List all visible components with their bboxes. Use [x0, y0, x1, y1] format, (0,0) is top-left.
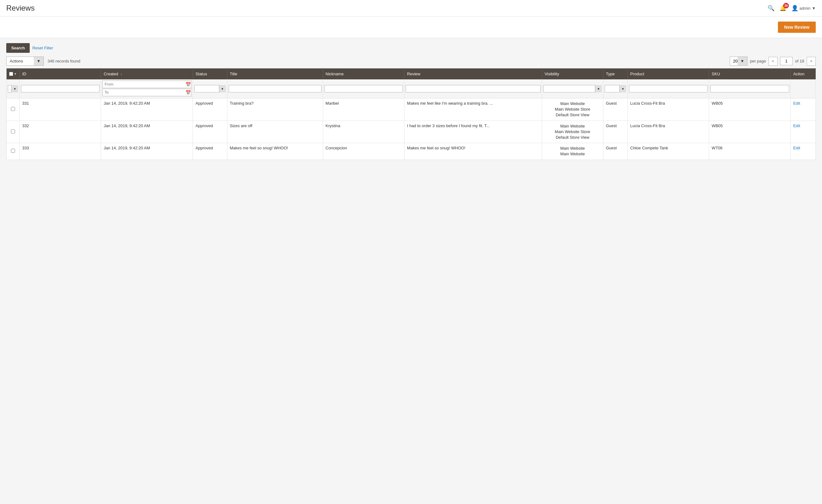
row-created: Jan 14, 2019, 9:42:20 AM	[101, 98, 193, 121]
filter-cell-id	[19, 79, 101, 98]
calendar-to-icon[interactable]: 📅	[185, 90, 191, 95]
row-title: Training bra?	[227, 98, 323, 121]
th-type: Type	[603, 68, 628, 80]
table-header-row: ▼ ID Created ↑ Status Title Nickname Rev…	[7, 68, 816, 80]
th-visibility: Visibility	[542, 68, 603, 80]
header: Reviews 🔍 🔔 39 👤 admin ▼	[0, 0, 822, 17]
row-sku: WB05	[709, 98, 791, 121]
filter-cell-visibility: ▼	[542, 79, 603, 98]
chevron-down-icon: ▼	[812, 6, 816, 11]
row-visibility: Main WebsiteMain Website StoreDefault St…	[542, 121, 603, 143]
reset-filter-link[interactable]: Reset Filter	[32, 43, 53, 53]
filter-cell-type: ▼	[603, 79, 628, 98]
row-review: Makes me feel so snug! WHOO!	[404, 143, 542, 160]
row-type: Guest	[603, 98, 628, 121]
row-id: 331	[19, 98, 101, 121]
records-count: 346 records found	[48, 59, 80, 63]
row-nickname: Maribel	[323, 98, 404, 121]
edit-link[interactable]: Edit	[793, 146, 800, 150]
filter-from-wrapper: 📅	[102, 81, 191, 88]
user-icon: 👤	[791, 5, 798, 12]
filter-cell-review	[404, 79, 542, 98]
select-all-arrow[interactable]: ▼	[14, 72, 17, 76]
pagination-next-button[interactable]: >	[807, 57, 816, 66]
search-icon-button[interactable]: 🔍	[768, 5, 774, 12]
th-title: Title	[227, 68, 323, 80]
filter-sku-input[interactable]	[710, 85, 789, 92]
filter-cell-product	[628, 79, 709, 98]
filter-cell-checkbox: Any ▼	[7, 79, 20, 98]
filter-review-input[interactable]	[406, 85, 540, 92]
row-title: Sizes are off	[227, 121, 323, 143]
th-sku: SKU	[709, 68, 791, 80]
row-created: Jan 14, 2019, 9:42:20 AM	[101, 121, 193, 143]
row-product: Lucia Cross-Fit Bra	[628, 121, 709, 143]
new-review-button[interactable]: New Review	[778, 22, 816, 33]
edit-link[interactable]: Edit	[793, 101, 800, 106]
row-review: I had to order 3 sizes before I found my…	[404, 121, 542, 143]
row-action: Edit	[790, 143, 815, 160]
filter-cell-nickname	[323, 79, 404, 98]
actions-select[interactable]: Actions	[6, 57, 44, 66]
per-page-select[interactable]: 20	[730, 57, 748, 66]
page-title: Reviews	[6, 4, 35, 12]
row-type: Guest	[603, 121, 628, 143]
filter-product-input[interactable]	[629, 85, 708, 92]
row-status: Approved	[193, 143, 227, 160]
toolbar-area: New Review	[0, 17, 822, 38]
actions-select-wrapper: Actions ▼	[6, 57, 44, 66]
calendar-from-icon[interactable]: 📅	[185, 82, 191, 87]
notification-badge: 39	[783, 3, 789, 8]
row-nickname: Concepcion	[323, 143, 404, 160]
per-page-label: per page	[750, 59, 766, 63]
filter-cell-status: ▼	[193, 79, 227, 98]
th-review: Review	[404, 68, 542, 80]
per-page-select-wrapper: 20 ▼	[730, 57, 748, 66]
row-id: 332	[19, 121, 101, 143]
admin-menu-button[interactable]: 👤 admin ▼	[791, 5, 816, 12]
pagination-prev-button[interactable]: <	[769, 57, 778, 66]
notifications-bell[interactable]: 🔔 39	[779, 5, 786, 12]
row-checkbox-cell	[7, 143, 20, 160]
search-button[interactable]: Search	[6, 43, 30, 53]
page-total: of 18	[795, 59, 804, 63]
table-controls: Actions ▼ 346 records found 20 ▼ per pag…	[6, 57, 816, 66]
row-checkbox[interactable]	[11, 129, 15, 133]
filter-type-select[interactable]	[604, 85, 626, 92]
filter-any-select[interactable]: Any	[8, 85, 18, 92]
row-nickname: Krystina	[323, 121, 404, 143]
filter-status-select[interactable]	[194, 85, 226, 92]
filter-to-input[interactable]	[102, 89, 191, 96]
filter-nickname-input[interactable]	[324, 85, 403, 92]
table-controls-left: Actions ▼ 346 records found	[6, 57, 80, 66]
edit-link[interactable]: Edit	[793, 123, 800, 128]
row-sku: WT06	[709, 143, 791, 160]
th-checkbox: ▼	[7, 68, 20, 80]
filter-title-input[interactable]	[229, 85, 322, 92]
row-visibility: Main WebsiteMain Website	[542, 143, 603, 160]
row-status: Approved	[193, 98, 227, 121]
row-checkbox[interactable]	[11, 149, 15, 153]
th-id: ID	[19, 68, 101, 80]
filter-row: Any ▼ 📅 📅	[7, 79, 816, 98]
select-all-checkbox[interactable]	[9, 72, 13, 76]
header-actions: 🔍 🔔 39 👤 admin ▼	[768, 5, 816, 12]
th-nickname: Nickname	[323, 68, 404, 80]
search-icon: 🔍	[768, 5, 774, 11]
row-visibility: Main WebsiteMain Website StoreDefault St…	[542, 98, 603, 121]
filter-visibility-select[interactable]	[543, 85, 602, 92]
row-created: Jan 14, 2019, 9:42:20 AM	[101, 143, 193, 160]
row-id: 333	[19, 143, 101, 160]
filter-id-input[interactable]	[21, 85, 100, 92]
filter-bar: Search Reset Filter	[6, 43, 816, 53]
row-action: Edit	[790, 121, 815, 143]
row-action: Edit	[790, 98, 815, 121]
row-checkbox[interactable]	[11, 107, 15, 111]
th-status: Status	[193, 68, 227, 80]
filter-from-input[interactable]	[102, 81, 191, 88]
reviews-table: ▼ ID Created ↑ Status Title Nickname Rev…	[6, 68, 816, 160]
table-row: 332Jan 14, 2019, 9:42:20 AMApprovedSizes…	[7, 121, 816, 143]
admin-label: admin	[799, 6, 810, 11]
page-number-input[interactable]: 1	[780, 57, 793, 65]
th-created: Created ↑	[101, 68, 193, 80]
